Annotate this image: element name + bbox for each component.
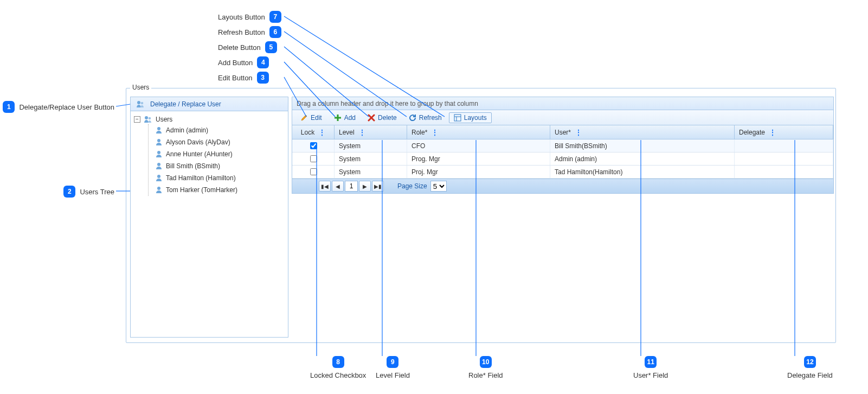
locked-checkbox[interactable] <box>310 155 317 162</box>
tree-item-label: Tad Hamilton (Hamilton) <box>166 174 236 182</box>
tree-item-user[interactable]: Anne Hunter (AHunter) <box>155 148 286 160</box>
svg-point-2 <box>145 116 148 119</box>
svg-point-4 <box>157 127 160 130</box>
grid-toolbar: Edit Add Delete Refresh Layouts <box>292 110 833 125</box>
pencil-icon <box>300 114 308 122</box>
layouts-icon <box>454 114 461 122</box>
tree-item-user[interactable]: Tad Hamilton (Hamilton) <box>155 172 286 184</box>
cell-role: Prog. Mgr <box>407 152 550 165</box>
pager-prev-button[interactable]: ◀ <box>332 181 344 192</box>
svg-point-7 <box>157 163 160 166</box>
annotation: 9Level Field <box>376 356 410 379</box>
tree-item-user[interactable]: Tom Harker (TomHarker) <box>155 184 286 196</box>
annotation: Users Tree2 <box>59 186 114 198</box>
column-header-user[interactable]: User*⋮ <box>550 125 735 139</box>
user-icon <box>155 138 163 146</box>
svg-point-9 <box>157 187 160 190</box>
pager-last-button[interactable]: ▶▮ <box>372 181 384 192</box>
annotation: 5Delete Button <box>218 41 281 53</box>
users-tree-root[interactable]: − Users <box>134 115 286 124</box>
column-header-lock[interactable]: Lock⋮ <box>292 125 335 139</box>
user-icon <box>155 162 163 170</box>
svg-point-6 <box>157 151 160 154</box>
column-menu-icon[interactable]: ⋮ <box>359 129 365 136</box>
user-icon <box>155 186 163 194</box>
roles-grid-panel: Drag a column header and drop it here to… <box>292 97 834 194</box>
cell-user: Admin (admin) <box>550 152 735 165</box>
grid-header-row: Lock⋮ Level⋮ Role*⋮ User*⋮ Delegate⋮ <box>292 125 833 139</box>
pager-page-input[interactable] <box>345 181 358 192</box>
cell-delegate <box>735 139 833 152</box>
cell-level: System <box>335 152 407 165</box>
tree-item-user[interactable]: Alyson Davis (AlyDav) <box>155 136 286 148</box>
svg-rect-12 <box>454 115 461 121</box>
refresh-button-label: Refresh <box>419 114 442 122</box>
svg-point-0 <box>137 101 140 104</box>
annotation: 7Layouts Button <box>218 11 286 23</box>
x-icon <box>368 114 375 122</box>
cell-level: System <box>335 139 407 152</box>
delegate-replace-user-button[interactable]: Delegate / Replace User <box>131 97 288 111</box>
svg-point-3 <box>149 117 151 120</box>
column-header-level[interactable]: Level⋮ <box>335 125 407 139</box>
group-by-hint[interactable]: Drag a column header and drop it here to… <box>292 97 833 110</box>
column-menu-icon[interactable]: ⋮ <box>575 129 582 136</box>
cell-user: Bill Smith(BSmith) <box>550 139 735 152</box>
user-icon <box>155 150 163 158</box>
column-menu-icon[interactable]: ⋮ <box>432 129 438 136</box>
tree-item-label: Bill Smith (BSmith) <box>166 162 220 170</box>
page-size-select[interactable]: 5 <box>430 181 447 192</box>
users-panel-legend: Users <box>130 84 151 91</box>
refresh-button[interactable]: Refresh <box>404 112 447 123</box>
tree-item-label: Admin (admin) <box>166 126 208 134</box>
annotation: 8Locked Checkbox <box>310 356 366 379</box>
cell-role: CFO <box>407 139 550 152</box>
column-header-delegate[interactable]: Delegate⋮ <box>735 125 833 139</box>
cell-delegate <box>735 152 833 165</box>
pager-next-button[interactable]: ▶ <box>359 181 371 192</box>
annotation: 4Add Button <box>218 56 273 68</box>
add-button[interactable]: Add <box>329 112 361 123</box>
user-icon <box>155 174 163 182</box>
cell-delegate <box>735 166 833 178</box>
column-header-role[interactable]: Role*⋮ <box>407 125 550 139</box>
table-row[interactable]: System CFO Bill Smith(BSmith) <box>292 139 833 152</box>
table-row[interactable]: System Proj. Mgr Tad Hamilton(Hamilton) <box>292 166 833 179</box>
annotation: 12Delegate Field <box>787 356 833 379</box>
column-menu-icon[interactable]: ⋮ <box>319 129 325 136</box>
users-tree-children: Admin (admin) Alyson Davis (AlyDav) Anne… <box>148 124 286 196</box>
locked-checkbox[interactable] <box>310 142 317 149</box>
edit-button[interactable]: Edit <box>295 112 327 123</box>
svg-rect-11 <box>335 117 341 118</box>
annotation: 10Role* Field <box>468 356 503 379</box>
cell-user: Tad Hamilton(Hamilton) <box>550 166 735 178</box>
pager-first-button[interactable]: ▮◀ <box>319 181 331 192</box>
users-tree-panel: Delegate / Replace User − Users Admin (a… <box>130 97 288 338</box>
users-group-icon <box>144 116 152 123</box>
tree-item-user[interactable]: Admin (admin) <box>155 124 286 136</box>
tree-collapse-icon[interactable]: − <box>134 116 140 123</box>
annotation: 11User* Field <box>633 356 668 379</box>
refresh-icon <box>409 114 416 122</box>
tree-item-label: Anne Hunter (AHunter) <box>166 150 233 158</box>
delegate-replace-user-label: Delegate / Replace User <box>150 100 221 108</box>
tree-item-label: Tom Harker (TomHarker) <box>166 186 237 194</box>
annotation: 3Edit Button <box>218 72 273 84</box>
delete-button-label: Delete <box>378 114 397 122</box>
users-tree-root-label: Users <box>156 116 172 123</box>
svg-point-8 <box>157 175 160 178</box>
add-button-label: Add <box>344 114 356 122</box>
column-menu-icon[interactable]: ⋮ <box>769 129 776 136</box>
layouts-button-label: Layouts <box>464 114 487 122</box>
user-icon <box>155 126 163 134</box>
table-row[interactable]: System Prog. Mgr Admin (admin) <box>292 152 833 166</box>
cell-level: System <box>335 166 407 178</box>
svg-point-1 <box>141 101 144 104</box>
tree-item-label: Alyson Davis (AlyDav) <box>166 138 230 146</box>
locked-checkbox[interactable] <box>310 168 317 175</box>
grid-body: System CFO Bill Smith(BSmith) System Pro… <box>292 139 833 179</box>
delete-button[interactable]: Delete <box>363 112 402 123</box>
users-tree: − Users Admin (admin) Alyson Davis (AlyD… <box>131 111 288 199</box>
tree-item-user[interactable]: Bill Smith (BSmith) <box>155 160 286 172</box>
layouts-button[interactable]: Layouts <box>449 112 492 123</box>
